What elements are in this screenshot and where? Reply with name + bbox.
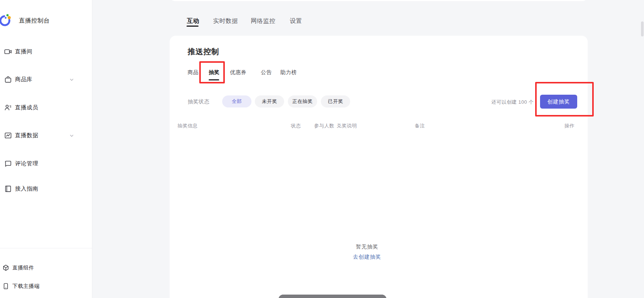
- sidebar-item-label: 直播间: [15, 48, 33, 55]
- app-logo-row: 直播控制台: [0, 14, 92, 28]
- sidebar-item-label: 直播组件: [12, 265, 34, 271]
- tab-realtime-data[interactable]: 实时数据: [213, 17, 238, 25]
- sidebar-item-label: 商品库: [15, 76, 33, 83]
- subtab-coupons[interactable]: 优惠券: [230, 69, 247, 76]
- subtab-announcement[interactable]: 公告: [261, 69, 272, 76]
- column-header-lottery-info: 抽奖信息: [178, 123, 198, 129]
- sidebar: 直播控制台 直播间 商品库: [0, 0, 92, 298]
- bottom-toast: [278, 295, 387, 298]
- go-create-lottery-link[interactable]: 去创建抽奖: [353, 254, 381, 260]
- sidebar-item-label: 直播成员: [15, 104, 38, 111]
- subtab-products[interactable]: 商品: [188, 69, 199, 76]
- tab-network-monitor[interactable]: 网络监控: [251, 17, 275, 25]
- chevron-down-icon[interactable]: [69, 77, 74, 84]
- chart-icon: [4, 132, 12, 139]
- filter-pill-not-drawn[interactable]: 未开奖: [255, 95, 284, 107]
- guide-icon: [4, 185, 12, 193]
- column-header-participants: 参与人数: [314, 123, 334, 129]
- sidebar-item-label: 接入指南: [15, 185, 38, 192]
- empty-state-text: 暂无抽奖: [353, 244, 381, 250]
- sidebar-item-access-guide[interactable]: 接入指南: [0, 184, 92, 194]
- column-header-status: 状态: [291, 123, 301, 129]
- push-control-panel: 推送控制 商品 抽奖 优惠券 公告 助力榜 抽奖状态 全部 未开奖 正在抽奖 已…: [170, 36, 588, 298]
- chevron-down-icon[interactable]: [69, 133, 74, 140]
- cube-icon: [2, 264, 9, 271]
- column-header-remarks: 备注: [415, 123, 425, 129]
- filter-pill-all[interactable]: 全部: [222, 95, 251, 107]
- previous-card-bottom-edge: [170, 0, 588, 1]
- tab-settings[interactable]: 设置: [290, 17, 302, 25]
- scrollbar-thumb[interactable]: [641, 21, 644, 36]
- sidebar-item-label: 直播数据: [15, 132, 38, 139]
- sidebar-item-live-components[interactable]: 直播组件: [0, 263, 92, 272]
- sidebar-item-comment-management[interactable]: 评论管理: [0, 159, 92, 169]
- sidebar-divider: [0, 248, 92, 248]
- empty-state: 暂无抽奖 去创建抽奖: [353, 244, 381, 260]
- sidebar-item-live-data[interactable]: 直播数据: [0, 130, 92, 141]
- camera-icon: [4, 48, 12, 56]
- tab-interaction[interactable]: 互动: [187, 17, 199, 25]
- sidebar-item-live-room[interactable]: 直播间: [0, 47, 92, 57]
- column-header-actions: 操作: [564, 123, 575, 129]
- annotation-box-create-button: [535, 82, 594, 116]
- bag-icon: [4, 76, 12, 83]
- lottery-status-label: 抽奖状态: [188, 98, 209, 105]
- sidebar-item-download-client[interactable]: 下载主播端: [0, 282, 92, 291]
- filter-pill-drawn[interactable]: 已开奖: [321, 95, 350, 107]
- sidebar-item-live-members[interactable]: 直播成员: [0, 103, 92, 113]
- annotation-box-lottery-subtab: [199, 61, 225, 83]
- sidebar-item-product-library[interactable]: 商品库: [0, 74, 92, 85]
- comment-icon: [4, 160, 12, 168]
- active-tab-underline: [187, 26, 199, 27]
- filter-pill-drawing[interactable]: 正在抽奖: [288, 95, 317, 107]
- app-logo-icon: [0, 14, 14, 29]
- sidebar-item-label: 下载主播端: [12, 283, 40, 290]
- app-title: 直播控制台: [19, 17, 50, 25]
- remaining-quota-text: 还可以创建 100 个: [492, 99, 534, 106]
- panel-title: 推送控制: [188, 47, 219, 57]
- members-icon: [4, 104, 12, 112]
- subtab-support-rank[interactable]: 助力榜: [280, 69, 297, 76]
- sidebar-item-label: 评论管理: [15, 160, 38, 167]
- phone-icon: [2, 283, 9, 290]
- column-header-redeem-info: 兑奖说明: [337, 123, 357, 129]
